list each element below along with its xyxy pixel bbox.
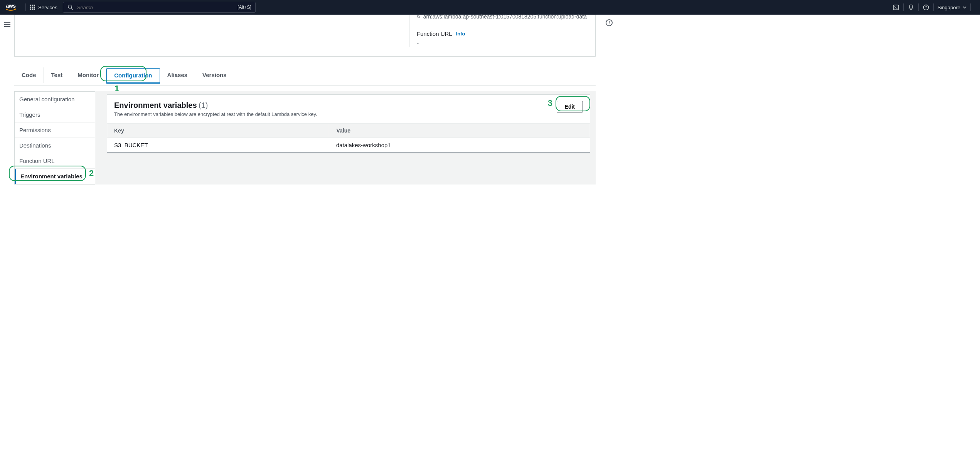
sidebar-item-destinations[interactable]: Destinations — [15, 138, 95, 153]
divider — [903, 3, 904, 11]
search-input[interactable] — [77, 5, 237, 10]
top-navigation: aws Services [Alt+S] Singapore — [0, 0, 980, 15]
configuration-sidebar: General configuration Triggers Permissio… — [14, 91, 95, 185]
env-var-key: S3_BUCKET — [107, 138, 329, 153]
info-icon[interactable]: i — [606, 19, 613, 26]
hamburger-icon — [4, 22, 10, 27]
function-overview-card: arn:aws:lambda:ap-southeast-1:0157008182… — [14, 15, 596, 57]
sidebar-item-environment-variables[interactable]: Environment variables — [15, 169, 95, 184]
svg-line-1 — [71, 8, 73, 10]
aws-logo[interactable]: aws — [5, 4, 16, 11]
notifications-icon[interactable] — [908, 4, 914, 11]
help-icon[interactable] — [923, 4, 929, 11]
environment-variables-table: Key Value S3_BUCKET datalakes-workshop1 — [107, 123, 590, 152]
table-header-key: Key — [107, 124, 329, 138]
search-icon — [67, 4, 74, 11]
tab-aliases[interactable]: Aliases — [160, 67, 195, 83]
environment-variables-panel: Environment variables (1) The environmen… — [107, 94, 590, 153]
sidebar-item-triggers[interactable]: Triggers — [15, 107, 95, 122]
annotation-number-2: 2 — [89, 168, 94, 178]
tab-monitor[interactable]: Monitor — [70, 67, 106, 83]
env-var-value: datalakes-workshop1 — [329, 138, 590, 153]
panel-title: Environment variables — [114, 101, 197, 109]
region-selector[interactable]: Singapore — [938, 5, 967, 10]
sidebar-item-function-url[interactable]: Function URL — [15, 153, 95, 169]
edit-button[interactable]: Edit — [557, 101, 583, 112]
divider — [918, 3, 919, 11]
grid-icon — [30, 5, 35, 10]
left-rail-toggle[interactable] — [0, 17, 14, 32]
sidebar-item-general[interactable]: General configuration — [15, 92, 95, 107]
panel-count: (1) — [199, 101, 208, 109]
svg-point-0 — [68, 5, 72, 8]
tab-configuration[interactable]: Configuration — [106, 68, 160, 84]
function-arn-value: arn:aws:lambda:ap-southeast-1:0157008182… — [423, 13, 587, 20]
search-shortcut: [Alt+S] — [237, 5, 251, 10]
panel-description: The environment variables below are encr… — [114, 111, 317, 117]
services-label: Services — [38, 5, 57, 10]
divider — [933, 3, 934, 11]
function-tabs: Code Test Monitor Configuration Aliases … — [14, 64, 596, 86]
global-search[interactable]: [Alt+S] — [63, 2, 256, 13]
svg-rect-4 — [418, 16, 419, 18]
sidebar-item-permissions[interactable]: Permissions — [15, 122, 95, 138]
chevron-down-icon — [963, 6, 967, 8]
table-row: S3_BUCKET datalakes-workshop1 — [107, 138, 590, 153]
services-menu-button[interactable]: Services — [30, 5, 57, 10]
divider — [970, 3, 971, 11]
tab-versions[interactable]: Versions — [195, 67, 234, 83]
function-url-value: - — [417, 40, 587, 47]
function-url-label: Function URL — [417, 30, 452, 37]
tab-code[interactable]: Code — [14, 67, 44, 83]
annotation-number-3: 3 — [548, 98, 552, 108]
divider — [25, 3, 26, 11]
svg-rect-2 — [893, 5, 899, 10]
right-info-rail: i — [603, 15, 615, 185]
cloudshell-icon[interactable] — [892, 4, 899, 11]
function-url-info-link[interactable]: Info — [456, 31, 465, 37]
function-arn-row: arn:aws:lambda:ap-southeast-1:0157008182… — [417, 13, 587, 20]
tab-test[interactable]: Test — [44, 67, 71, 83]
copy-icon[interactable] — [417, 14, 420, 19]
region-label: Singapore — [938, 5, 960, 10]
table-header-value: Value — [329, 124, 590, 138]
